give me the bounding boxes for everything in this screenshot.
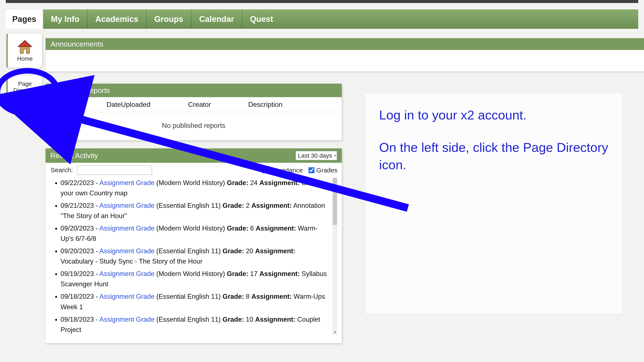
svg-marker-1 <box>18 40 32 47</box>
assignment-grade-link[interactable]: Assignment Grade <box>100 293 154 300</box>
assignment-name: Vocabulary - Study Sync - The Story of t… <box>60 258 202 265</box>
instruction-line1: Log in to your x2 account. <box>379 106 608 124</box>
list-item: 09/20/2023 - Assignment Grade (Modern Wo… <box>60 223 329 244</box>
list-item: 09/21/2023 - Assignment Grade (Essential… <box>60 201 329 221</box>
col-description: Description <box>248 101 336 108</box>
sidebar-home-label: Home <box>17 55 33 62</box>
activity-course: (Modern World History) <box>156 179 225 187</box>
grade-value: 24 <box>250 179 258 187</box>
recent-activity-scrollbar[interactable]: ▾ <box>332 178 338 335</box>
activity-date: 09/21/2023 <box>60 202 94 209</box>
list-item: 09/20/2023 - Assignment Grade (Essential… <box>60 246 329 267</box>
assignment-grade-link[interactable]: Assignment Grade <box>100 202 154 209</box>
sidebar-page-directory-label2: Directory <box>13 87 36 94</box>
activity-course: (Modern World History) <box>156 225 225 232</box>
search-input[interactable] <box>77 166 152 175</box>
tab-calendar[interactable]: Calendar <box>192 9 242 29</box>
grade-label: Grade: <box>222 202 244 209</box>
assignment-label: Assignment: <box>259 270 300 278</box>
attendance-checkbox[interactable]: Attendance <box>262 167 303 174</box>
tab-pages[interactable]: Pages <box>6 9 43 29</box>
col-filename: Filename <box>51 101 106 108</box>
tab-quest[interactable]: Quest <box>242 9 281 29</box>
assignment-label: Assignment: <box>251 202 292 209</box>
recent-activity-filter-select[interactable]: Last 30 days <box>296 151 337 160</box>
activity-course: (Essential English 11) <box>156 316 221 323</box>
grade-label: Grade: <box>227 179 248 187</box>
tab-academics[interactable]: Academics <box>88 9 146 29</box>
col-creator: Creator <box>188 101 248 108</box>
instruction-box: Log in to your x2 account. On the left s… <box>365 93 622 314</box>
assignment-grade-link[interactable]: Assignment Grade <box>100 247 154 255</box>
grades-checkbox[interactable]: Grades <box>308 167 338 174</box>
activity-date: 09/18/2023 <box>60 316 94 323</box>
assignment-label: Assignment: <box>255 316 296 323</box>
activity-date: 09/22/2023 <box>60 179 94 187</box>
top-tab-bar: Pages My Info Academics Groups Calendar … <box>6 9 638 29</box>
grade-label: Grade: <box>222 316 244 323</box>
assignment-label: Assignment: <box>259 179 300 187</box>
recent-activity-title: Recent Activity <box>50 151 98 160</box>
published-reports-columns: Filename DateUploaded Creator Descriptio… <box>46 97 342 112</box>
activity-course: (Modern World History) <box>156 270 225 278</box>
grades-checkbox-input[interactable] <box>308 167 314 173</box>
attendance-checkbox-input[interactable] <box>262 167 268 173</box>
activity-course: (Essential English 11) <box>156 247 221 255</box>
grade-label: Grade: <box>222 247 244 255</box>
assignment-label: Assignment: <box>251 293 292 300</box>
list-item: 09/22/2023 - Assignment Grade (Modern Wo… <box>60 178 329 198</box>
grade-label: Grade: <box>222 293 244 300</box>
top-dark-bar <box>6 0 638 3</box>
activity-course: (Essential English 11) <box>156 293 221 300</box>
assignment-grade-link[interactable]: Assignment Grade <box>100 270 154 278</box>
col-date-uploaded: DateUploaded <box>106 101 188 108</box>
grade-value: 10 <box>246 316 253 323</box>
grade-value: 8 <box>246 293 250 300</box>
grade-label: Grade: <box>227 225 248 232</box>
assignment-label: Assignment: <box>256 225 296 232</box>
published-reports-panel: Published Reports Filename DateUploaded … <box>46 84 342 140</box>
grades-checkbox-label: Grades <box>316 167 338 174</box>
grade-value: 2 <box>246 202 250 209</box>
assignment-grade-link[interactable]: Assignment Grade <box>100 225 154 232</box>
sidebar-home-button[interactable]: Home <box>6 33 42 68</box>
announcements-header: Announcements <box>46 38 644 50</box>
attendance-checkbox-label: Attendance <box>270 167 303 174</box>
grade-label: Grade: <box>227 270 248 278</box>
announcements-body <box>46 50 644 71</box>
recent-activity-panel: Recent Activity Last 30 days Search: Att… <box>46 148 342 343</box>
published-reports-title: Published Reports <box>50 86 110 95</box>
activity-date: 09/18/2023 <box>60 293 94 300</box>
assignment-label: Assignment: <box>255 247 296 255</box>
scroll-thumb[interactable] <box>333 178 337 225</box>
assignment-grade-link[interactable]: Assignment Grade <box>100 179 154 187</box>
announcements-title: Announcements <box>51 40 104 48</box>
scroll-down-arrow-icon[interactable]: ▾ <box>333 330 337 335</box>
activity-date: 09/19/2023 <box>60 270 94 278</box>
activity-date: 09/20/2023 <box>60 247 94 255</box>
list-item: 09/18/2023 - Assignment Grade (Essential… <box>60 314 329 335</box>
sidebar-page-directory-label1: Page <box>18 81 32 87</box>
activity-course: (Essential English 11) <box>156 202 221 209</box>
search-label: Search: <box>51 166 73 173</box>
activity-date: 09/20/2023 <box>60 225 94 232</box>
grade-value: 17 <box>250 270 258 278</box>
published-reports-empty: No published reports <box>46 112 342 140</box>
instruction-line2: On the left side, click the Page Directo… <box>379 139 608 173</box>
list-item: 09/19/2023 - Assignment Grade (Modern Wo… <box>60 269 329 289</box>
tab-my-info[interactable]: My Info <box>43 9 88 29</box>
assignment-grade-link[interactable]: Assignment Grade <box>100 316 154 323</box>
grade-value: 6 <box>250 225 254 232</box>
sidebar-page-directory-button[interactable]: Page Directory <box>6 75 42 99</box>
tab-groups[interactable]: Groups <box>146 9 192 29</box>
home-icon <box>16 39 33 55</box>
recent-activity-list: 09/22/2023 - Assignment Grade (Modern Wo… <box>51 178 329 335</box>
grade-value: 20 <box>246 247 253 255</box>
list-item: 09/18/2023 - Assignment Grade (Essential… <box>60 292 329 312</box>
